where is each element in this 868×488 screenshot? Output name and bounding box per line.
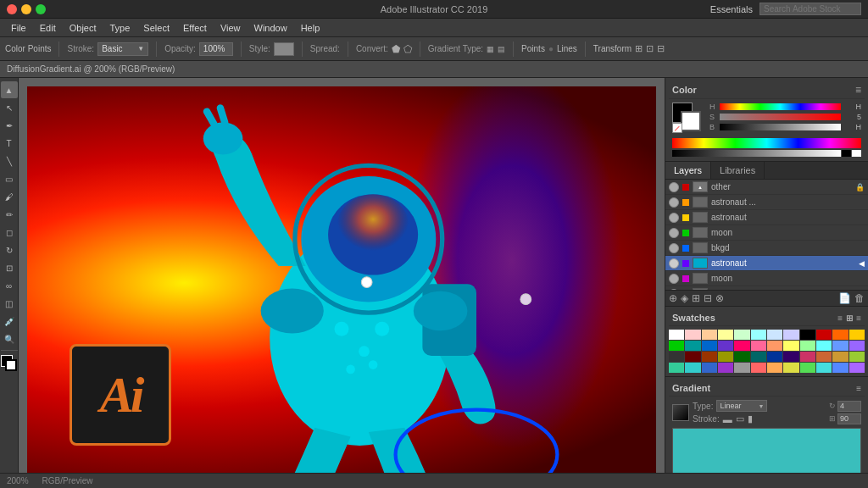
- swatch-1[interactable]: [702, 330, 717, 340]
- swatch-blue[interactable]: [702, 341, 717, 351]
- convert-icon1[interactable]: ⬟: [392, 43, 400, 55]
- layer-astronaut2[interactable]: astronaut: [665, 210, 868, 225]
- maximize-button[interactable]: [36, 4, 46, 14]
- gradient-stroke-icon3[interactable]: ▮: [748, 413, 753, 424]
- swatch-darkgray[interactable]: [669, 352, 684, 362]
- layers-locate-icon[interactable]: ⊕: [669, 292, 677, 304]
- swatch-darkred[interactable]: [685, 352, 700, 362]
- pen-tool[interactable]: ✒: [1, 117, 18, 134]
- layer-bkgd[interactable]: bkgd: [665, 241, 868, 256]
- lines-label[interactable]: Lines: [557, 44, 577, 53]
- swatch-brown[interactable]: [702, 352, 717, 362]
- menu-file[interactable]: File: [5, 21, 32, 35]
- menu-edit[interactable]: Edit: [34, 21, 62, 35]
- swatch-mint[interactable]: [669, 363, 684, 373]
- swatch-sky[interactable]: [816, 363, 832, 373]
- gradient-stroke-icon2[interactable]: ▭: [736, 413, 744, 424]
- tab-libraries[interactable]: Libraries: [711, 162, 765, 179]
- swatch-2[interactable]: [718, 330, 733, 340]
- menu-window[interactable]: Window: [248, 21, 293, 35]
- menu-view[interactable]: View: [214, 21, 247, 35]
- transform-icon2[interactable]: ⊡: [646, 43, 654, 54]
- swatch-rose[interactable]: [800, 352, 815, 362]
- type-tool[interactable]: T: [1, 135, 18, 152]
- opacity-input[interactable]: [199, 42, 233, 56]
- layers-new-icon[interactable]: 📄: [838, 292, 851, 304]
- color-spectrum[interactable]: [672, 138, 861, 148]
- swatch-lpurple[interactable]: [849, 341, 865, 351]
- swatch-darkgreen[interactable]: [734, 352, 749, 362]
- swatch-red[interactable]: [816, 330, 832, 340]
- layers-filter-icon[interactable]: ⊞: [692, 292, 700, 304]
- gradient-mini-swatch[interactable]: [672, 404, 689, 421]
- swatch-violet[interactable]: [718, 363, 733, 373]
- swatch-lpink[interactable]: [751, 341, 766, 351]
- document-tab[interactable]: DiffusionGradient.ai @ 200% (RGB/Preview…: [7, 64, 175, 74]
- gradient-angle-input[interactable]: [837, 401, 861, 412]
- scale-tool[interactable]: ⊡: [1, 259, 18, 276]
- grayscale-bar[interactable]: [672, 150, 841, 157]
- eraser-tool[interactable]: ◻: [1, 224, 18, 241]
- stroke-dropdown[interactable]: Basic ▼: [97, 42, 148, 56]
- swatch-white[interactable]: [669, 330, 684, 340]
- swatch-lblue[interactable]: [832, 341, 848, 351]
- tab-layers[interactable]: Layers: [665, 162, 711, 179]
- swatch-5[interactable]: [767, 330, 782, 340]
- swatch-orange[interactable]: [832, 330, 848, 340]
- swatches-grid-icon[interactable]: ⊞: [846, 313, 853, 323]
- swatch-cyan[interactable]: [685, 363, 700, 373]
- color-panel-header[interactable]: Color ≡: [669, 81, 865, 99]
- gradient-stroke-icon1[interactable]: ▬: [723, 414, 732, 424]
- bri-slider[interactable]: [720, 124, 841, 130]
- pencil-tool[interactable]: ✏: [1, 206, 18, 223]
- eyedropper-tool[interactable]: 💉: [1, 313, 18, 330]
- gradient-type-dropdown[interactable]: Linear ▼: [716, 400, 767, 412]
- swatch-darkblue[interactable]: [767, 352, 782, 362]
- swatch-yellow[interactable]: [849, 330, 865, 340]
- swatch-gray[interactable]: [734, 363, 749, 373]
- direct-selection-tool[interactable]: ↖: [1, 99, 18, 116]
- swatches-list-icon[interactable]: ≡: [837, 313, 843, 323]
- paintbrush-tool[interactable]: 🖌: [1, 188, 18, 205]
- swatch-lgreen[interactable]: [800, 341, 815, 351]
- search-input[interactable]: [760, 3, 861, 15]
- swatch-purple[interactable]: [718, 341, 733, 351]
- swatch-black[interactable]: [800, 330, 815, 340]
- layer-moon2[interactable]: moon: [665, 271, 868, 286]
- swatch-sienna[interactable]: [816, 352, 832, 362]
- menu-select[interactable]: Select: [137, 21, 175, 35]
- sat-slider[interactable]: [720, 114, 841, 120]
- layer-moon1[interactable]: moon: [665, 225, 868, 241]
- fill-stroke-swatches[interactable]: [1, 355, 18, 372]
- swatch-0[interactable]: [685, 330, 700, 340]
- black-swatch[interactable]: [841, 150, 851, 157]
- swatch-spring[interactable]: [800, 363, 815, 373]
- swatch-steel[interactable]: [832, 363, 848, 373]
- swatch-4[interactable]: [751, 330, 766, 340]
- swatch-pink[interactable]: [734, 341, 749, 351]
- swatch-darkpurple[interactable]: [783, 352, 798, 362]
- menu-help[interactable]: Help: [295, 21, 326, 35]
- menu-effect[interactable]: Effect: [177, 21, 213, 35]
- layers-arrange-icon[interactable]: ⊟: [704, 292, 712, 304]
- layer-start[interactable]: start: [665, 286, 868, 290]
- menu-type[interactable]: Type: [104, 21, 136, 35]
- swatch-salmon[interactable]: [767, 341, 782, 351]
- points-label[interactable]: Points: [521, 44, 545, 53]
- swatch-olive[interactable]: [718, 352, 733, 362]
- workspace-label[interactable]: Essentials: [710, 4, 753, 14]
- swatch-6[interactable]: [783, 330, 798, 340]
- convert-icon2[interactable]: ⬠: [403, 43, 412, 55]
- swatch-lavender[interactable]: [849, 363, 865, 373]
- none-swatch[interactable]: |: [672, 123, 682, 133]
- layer-other[interactable]: ▲ other 🔒: [665, 180, 868, 195]
- swatch-3[interactable]: [734, 330, 749, 340]
- layers-delete-icon[interactable]: ⊗: [715, 292, 724, 304]
- close-button[interactable]: [7, 4, 17, 14]
- layer-astronaut1[interactable]: astronaut ...: [665, 195, 868, 210]
- swatch-teal[interactable]: [685, 341, 700, 351]
- line-tool[interactable]: ╲: [1, 152, 18, 169]
- swatches-header[interactable]: Swatches ≡ ⊞ ≡: [669, 310, 865, 326]
- swatch-chartreuse[interactable]: [783, 363, 798, 373]
- swatch-lcyan[interactable]: [816, 341, 832, 351]
